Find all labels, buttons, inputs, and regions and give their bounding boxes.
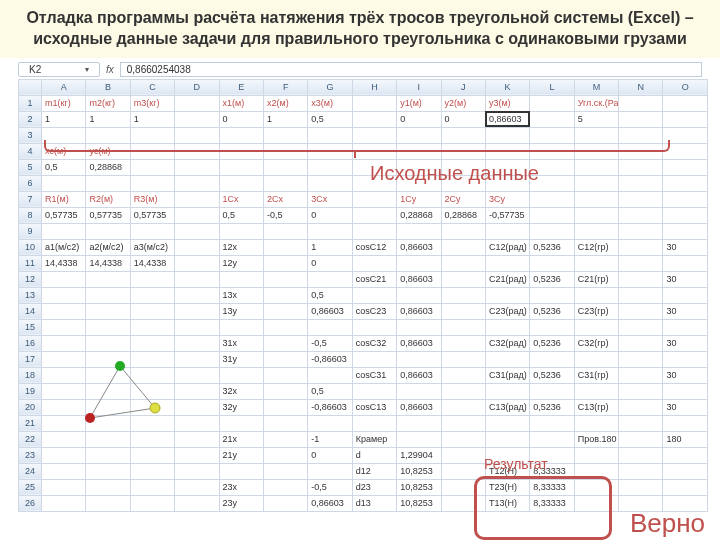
cell[interactable] [175,239,219,255]
cell[interactable] [441,271,485,287]
col-header[interactable]: B [86,79,130,95]
cell[interactable] [308,159,352,175]
row-header[interactable]: 26 [19,495,42,511]
col-header[interactable]: N [619,79,663,95]
cell[interactable] [619,351,663,367]
cell[interactable] [619,463,663,479]
cell[interactable]: y3(м) [485,95,529,111]
cell[interactable]: 0,86603 [397,367,441,383]
cell[interactable]: 0 [397,111,441,127]
cell[interactable] [263,255,307,271]
cell[interactable] [619,175,663,191]
cell[interactable] [619,399,663,415]
cell[interactable]: R2(м) [86,191,130,207]
cell[interactable] [441,303,485,319]
cell[interactable] [397,351,441,367]
cell[interactable]: 0,5 [308,287,352,303]
cell[interactable] [574,255,618,271]
cell[interactable] [352,351,396,367]
cell[interactable] [397,319,441,335]
cell[interactable] [263,271,307,287]
col-header[interactable] [19,79,42,95]
cell[interactable] [42,447,86,463]
cell[interactable] [42,463,86,479]
cell[interactable] [530,207,574,223]
cell[interactable]: 30 [663,335,708,351]
cell[interactable] [352,383,396,399]
row-header[interactable]: 18 [19,367,42,383]
formula-bar[interactable]: 0,8660254038 [120,62,702,77]
cell[interactable] [441,319,485,335]
cell[interactable] [574,447,618,463]
cell[interactable] [175,335,219,351]
cell[interactable]: cosC13 [352,399,396,415]
row-header[interactable]: 19 [19,383,42,399]
cell[interactable] [175,447,219,463]
cell[interactable] [219,319,263,335]
cell[interactable] [263,431,307,447]
cell[interactable] [263,367,307,383]
cell[interactable] [441,287,485,303]
cell[interactable] [663,111,708,127]
cell[interactable] [42,271,86,287]
cell[interactable]: 0 [308,255,352,271]
cell[interactable] [219,159,263,175]
cell[interactable] [397,287,441,303]
cell[interactable] [130,335,174,351]
cell[interactable] [530,287,574,303]
cell[interactable]: 23x [219,479,263,495]
cell[interactable] [130,159,174,175]
cell[interactable]: 0 [441,111,485,127]
cell[interactable] [130,479,174,495]
cell[interactable] [663,383,708,399]
cell[interactable] [86,495,130,511]
cell[interactable]: 0,86603 [397,335,441,351]
cell[interactable]: 23y [219,495,263,511]
cell[interactable]: cosC12 [352,239,396,255]
cell[interactable]: 1 [86,111,130,127]
cell[interactable] [619,191,663,207]
cell[interactable]: 10,8253 [397,495,441,511]
cell[interactable]: 1 [130,111,174,127]
cell[interactable]: C32(рад) [485,335,529,351]
cell[interactable] [485,351,529,367]
cell[interactable]: cosC32 [352,335,396,351]
cell[interactable] [175,207,219,223]
cell[interactable]: 0,5 [219,207,263,223]
cell[interactable] [574,175,618,191]
cell[interactable]: 14,4338 [42,255,86,271]
cell[interactable]: 21y [219,447,263,463]
cell[interactable] [175,351,219,367]
cell[interactable] [42,175,86,191]
cell[interactable] [619,447,663,463]
cell[interactable] [619,431,663,447]
col-header[interactable]: H [352,79,396,95]
cell[interactable] [663,447,708,463]
cell[interactable] [263,303,307,319]
cell[interactable]: 1Cx [219,191,263,207]
cell[interactable] [308,223,352,239]
cell[interactable] [175,223,219,239]
cell[interactable] [263,463,307,479]
cell[interactable] [86,447,130,463]
cell[interactable] [175,271,219,287]
cell[interactable] [263,159,307,175]
cell[interactable]: C32(гр) [574,335,618,351]
cell[interactable] [352,255,396,271]
cell[interactable]: 14,4338 [86,255,130,271]
cell[interactable] [175,111,219,127]
cell[interactable] [86,319,130,335]
cell[interactable] [130,223,174,239]
cell[interactable] [263,399,307,415]
cell[interactable]: cosC21 [352,271,396,287]
cell[interactable]: 12y [219,255,263,271]
cell[interactable] [397,415,441,431]
cell[interactable] [175,287,219,303]
cell[interactable] [175,319,219,335]
cell[interactable] [574,191,618,207]
cell[interactable] [42,479,86,495]
cell[interactable]: 0,5236 [530,239,574,255]
cell[interactable] [263,383,307,399]
cell[interactable] [530,255,574,271]
col-header[interactable]: O [663,79,708,95]
